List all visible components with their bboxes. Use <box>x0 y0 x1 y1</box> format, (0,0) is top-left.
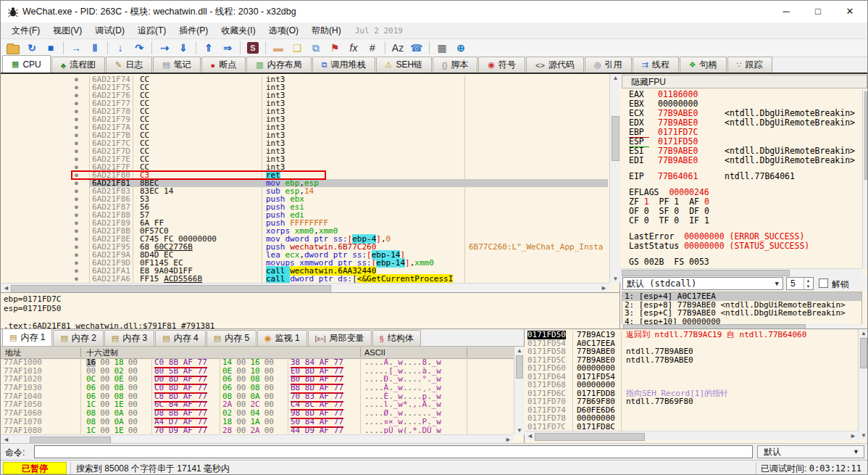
dump-vscrollbar[interactable]: ▲ ▼ <box>514 347 525 434</box>
calculator-icon[interactable]: ▦ <box>433 40 451 56</box>
tab-watch1[interactable]: ◉监视 1 <box>257 330 307 346</box>
tab-mem1[interactable]: ▤内存 1 <box>2 329 52 346</box>
flags-row[interactable]: CF 0 TF 0 IF 1 <box>622 216 862 226</box>
restart-icon[interactable]: ↻ <box>23 40 41 56</box>
breakpoint-dot[interactable]: ● <box>75 267 78 275</box>
tab-script[interactable]: {}脚本 <box>433 57 477 73</box>
tab-memory-map[interactable]: ▥内存布局 <box>246 57 311 73</box>
register-row[interactable]: EDI77B9ABE0<ntdll.DbgUiRemoteBreakin> <box>622 156 862 165</box>
labels-icon[interactable]: ⧉ <box>307 40 325 56</box>
menu-调试D[interactable]: 调试(D) <box>88 23 131 38</box>
breakpoint-dot[interactable]: ● <box>75 227 78 235</box>
step-over-icon[interactable]: ↷ <box>130 40 148 56</box>
tab-call-stack[interactable]: ⧉调用堆栈 <box>312 57 375 73</box>
step-deep-icon[interactable]: ⇓ <box>175 40 192 56</box>
close-button[interactable]: ✕ <box>834 1 866 22</box>
scroll-thumb[interactable] <box>612 116 619 161</box>
breakpoint-dot[interactable]: ● <box>75 99 78 107</box>
command-profile-select[interactable]: 默认 ▼ <box>757 445 864 458</box>
disasm-vscrollbar[interactable]: ▲ ▼ <box>609 74 621 283</box>
bookmarks-icon[interactable]: ⚑ <box>326 40 343 56</box>
dump-row[interactable]: 77AF10801C001E0070 D9 AF 7728002A0044 D9… <box>1 426 514 434</box>
menu-视图V[interactable]: 视图(V) <box>46 23 88 38</box>
scroll-thumb[interactable] <box>516 355 523 379</box>
breakpoint-dot[interactable]: ● <box>75 179 78 187</box>
tab-source[interactable]: <>源代码 <box>526 57 584 73</box>
scroll-thumb[interactable] <box>622 270 790 276</box>
breakpoint-dot[interactable]: ● <box>75 275 78 283</box>
tab-graph[interactable]: ♣流程图 <box>51 57 105 73</box>
breakpoint-dot[interactable]: ● <box>75 75 78 83</box>
run-icon[interactable]: → <box>67 40 85 56</box>
registers-vscrollbar[interactable] <box>862 90 868 268</box>
menu-文件F[interactable]: 文件(F) <box>5 23 46 38</box>
menu-插件P[interactable]: 插件(P) <box>172 23 214 38</box>
stack-row[interactable]: 0171FD5077B9AC19返回到 ntdll.77B9AC19 自 ntd… <box>525 331 859 339</box>
tab-cpu[interactable]: ▦CPU <box>2 55 51 73</box>
command-input[interactable] <box>34 445 753 458</box>
functions-icon[interactable]: fx <box>345 40 362 56</box>
open-file-icon[interactable] <box>4 40 22 56</box>
tab-mem4[interactable]: ▤内存 4 <box>155 330 205 346</box>
memory-dump-panel[interactable]: ▤内存 1▤内存 2▤内存 3▤内存 4▤内存 5◉监视 1[x=]局部变量§结… <box>1 329 525 443</box>
tab-references[interactable]: ◎引用 <box>585 57 632 73</box>
scroll-thumb[interactable] <box>864 91 867 180</box>
menu-帮助H[interactable]: 帮助(H) <box>305 23 348 38</box>
stack-row[interactable]: 0171FD640171FD54 <box>525 373 859 381</box>
step-out-icon[interactable]: ⇑ <box>200 40 217 56</box>
disasm-row[interactable]: ●6AD21F80C3ret <box>1 171 609 179</box>
tab-threads[interactable]: ⇉线程 <box>633 57 679 73</box>
unlock-checkbox[interactable] <box>819 278 828 288</box>
terminate-icon[interactable]: ■ <box>42 40 59 56</box>
stack-hscrollbar[interactable]: ◄ ► <box>525 431 859 440</box>
tab-log[interactable]: ✎日志 <box>106 57 152 73</box>
hide-fpu-button[interactable]: 隐藏FPU <box>622 75 867 88</box>
argument-row[interactable]: 3: [esp+C] 77B9ABE0 <ntdll.DbgUiRemoteBr… <box>622 309 861 318</box>
stack-vscrollbar[interactable]: ▲ ▼ <box>858 329 868 439</box>
argument-row[interactable]: 1: [esp+4] A0C17EEA <box>622 292 861 301</box>
stepper-arrows[interactable]: ▲▼ <box>804 278 812 289</box>
breakpoint-dot[interactable]: ● <box>75 115 78 123</box>
tab-notes[interactable]: ▤笔记 <box>153 57 200 73</box>
breakpoint-dot[interactable]: ● <box>75 243 78 251</box>
breakpoint-dot[interactable]: ● <box>75 251 78 259</box>
tab-handles[interactable]: ❖句柄 <box>680 57 727 73</box>
argument-depth-stepper[interactable]: 5 ▲▼ <box>786 277 814 290</box>
breakpoint-dot[interactable]: ● <box>75 187 78 195</box>
hash-icon[interactable]: # <box>364 40 381 56</box>
maximize-button[interactable]: □ <box>802 1 834 22</box>
registers-panel[interactable]: 隐藏FPU EAX01186000EBX00000000ECX77B9ABE0<… <box>620 74 868 329</box>
memory-globe-icon[interactable]: ⊕ <box>452 40 470 56</box>
stack-row[interactable]: 0171FD7077B69F80ntdll.77B69F80 <box>525 397 859 406</box>
tab-struct[interactable]: §结构体 <box>372 330 421 346</box>
title-bar[interactable]: WeChat.exe - PID: 263C - 模块: wechatwin.d… <box>1 1 867 23</box>
menu-选项O[interactable]: 选项(O) <box>262 23 305 38</box>
scroll-thumb[interactable] <box>860 338 867 368</box>
pause-icon[interactable]: Ⅱ <box>86 40 104 56</box>
menu-收藏夹I[interactable]: 收藏夹(I) <box>214 23 262 38</box>
detach-phone-icon[interactable]: ☎ <box>408 40 425 56</box>
tab-mem2[interactable]: ▤内存 2 <box>53 330 103 346</box>
tab-mem3[interactable]: ▤内存 3 <box>104 330 154 346</box>
tab-symbols[interactable]: ◉符号 <box>478 57 525 73</box>
flags-row[interactable]: GS 002B FS 0053 <box>622 257 862 267</box>
scroll-thumb[interactable] <box>535 433 645 441</box>
breakpoint-dot[interactable]: ● <box>75 235 78 243</box>
breakpoint-dot[interactable]: ● <box>75 83 78 91</box>
stack-row[interactable]: 0171FD5C77B9ABE0ntdll.77B9ABE0 <box>525 356 859 365</box>
breakpoint-dot[interactable]: ● <box>75 259 78 267</box>
stack-row[interactable]: 0171FD7C0171FD8C <box>525 423 859 431</box>
disassembly-panel[interactable]: ●6AD21F74CCint3●6AD21F75CCint3●6AD21F76C… <box>1 74 620 329</box>
flags-row[interactable]: LastStatus 00000000 (STATUS_SUCCESS) <box>622 241 862 251</box>
register-row[interactable]: EIP77B64061ntdll.77B64061 <box>622 172 862 181</box>
tab-locals[interactable]: [x=]局部变量 <box>308 330 372 346</box>
breakpoint-dot[interactable]: ● <box>75 219 78 227</box>
comments-icon[interactable]: ❏ <box>288 40 306 56</box>
tab-breakpoints[interactable]: ●断点 <box>201 57 246 73</box>
breakpoint-dot[interactable]: ● <box>75 147 78 155</box>
breakpoint-dot[interactable]: ● <box>75 195 78 203</box>
execute-till-return-icon[interactable]: ⇢ <box>156 40 173 56</box>
stack-row[interactable]: 0171FD7800000000 <box>525 414 859 423</box>
breakpoint-dot[interactable]: ● <box>75 91 78 99</box>
settings-s-icon[interactable]: S <box>244 40 262 56</box>
